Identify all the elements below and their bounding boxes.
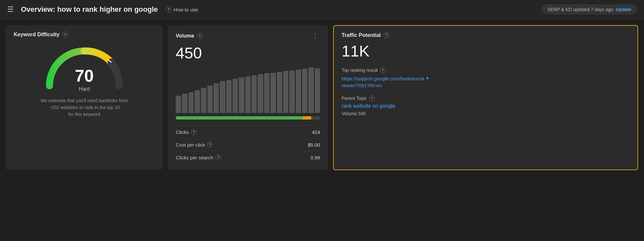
stat-value: $5.00 bbox=[308, 142, 320, 148]
kd-difficulty-label: Hard bbox=[75, 86, 94, 92]
stat-row: Clicks per search?0.99 bbox=[176, 151, 320, 164]
bar bbox=[277, 72, 282, 113]
hamburger-icon[interactable]: ☰ bbox=[7, 5, 14, 14]
bar bbox=[201, 88, 206, 113]
parent-topic-link[interactable]: rank website on google bbox=[342, 103, 630, 109]
progress-bar bbox=[176, 116, 320, 120]
kd-card-header: Keyword Difficulty ? bbox=[14, 32, 155, 38]
tp-help-icon[interactable]: ? bbox=[383, 32, 389, 38]
bar bbox=[289, 71, 295, 113]
gauge-container: 70 Hard bbox=[14, 41, 155, 92]
stat-label: Clicks per search? bbox=[176, 154, 221, 160]
cards-container: Keyword Difficulty ? bbox=[0, 19, 644, 176]
bar bbox=[176, 96, 181, 113]
stat-value: 0.99 bbox=[311, 155, 320, 160]
kd-description: We estimate that you'll need backlinks f… bbox=[14, 97, 155, 118]
update-notice: SERP & KD updated 7 days ago. Update bbox=[542, 5, 637, 14]
volume-card-header: Volume ? ⋮ bbox=[176, 32, 320, 40]
top-ranking-url[interactable]: https://support.google.com/business/answ… bbox=[342, 75, 630, 89]
header: ☰ Overview: how to rank higher on google… bbox=[0, 0, 644, 19]
tp-card-header: Traffic Potential ? bbox=[342, 32, 630, 38]
bar bbox=[308, 67, 314, 113]
stat-help-icon[interactable]: ? bbox=[207, 142, 213, 148]
traffic-potential-card: Traffic Potential ? 11K Top ranking resu… bbox=[333, 25, 638, 170]
tp-card-title: Traffic Potential bbox=[342, 32, 381, 38]
bar bbox=[220, 81, 225, 113]
bar bbox=[302, 69, 307, 113]
stat-row: Clicks?424 bbox=[176, 125, 320, 138]
volume-card: Volume ? ⋮ 450 Clicks?424Cost per click?… bbox=[168, 25, 328, 170]
stat-value: 424 bbox=[312, 129, 320, 135]
page-title: Overview: how to rank higher on google bbox=[21, 5, 158, 14]
bar bbox=[195, 90, 200, 113]
volume-value: 450 bbox=[176, 44, 320, 62]
stat-label: Cost per click? bbox=[176, 142, 213, 148]
bar bbox=[270, 73, 276, 113]
top-ranking-url-text: https://support.google.com/business/answ… bbox=[342, 75, 424, 89]
stat-help-icon[interactable]: ? bbox=[191, 129, 197, 135]
question-circle-icon: ? bbox=[166, 7, 171, 12]
kd-card-title: Keyword Difficulty bbox=[14, 32, 59, 38]
progress-orange bbox=[303, 116, 312, 120]
stat-row: Cost per click?$5.00 bbox=[176, 138, 320, 151]
bar bbox=[226, 80, 232, 113]
bar bbox=[251, 75, 257, 113]
volume-help-icon[interactable]: ? bbox=[197, 33, 203, 39]
bar bbox=[188, 92, 194, 113]
parent-topic-volume: Volume 500 bbox=[342, 111, 630, 116]
volume-menu-dots[interactable]: ⋮ bbox=[310, 32, 320, 40]
how-to-use-button[interactable]: ? How to use bbox=[163, 5, 201, 14]
bar bbox=[207, 86, 213, 113]
bar bbox=[296, 70, 301, 113]
parent-topic-label: Parent Topic ? bbox=[342, 95, 630, 101]
dropdown-arrow-icon: ▼ bbox=[426, 76, 429, 81]
bar bbox=[214, 83, 219, 113]
update-link[interactable]: Update bbox=[616, 7, 631, 12]
stat-label: Clicks? bbox=[176, 129, 197, 135]
volume-card-title: Volume bbox=[176, 33, 194, 39]
bar bbox=[258, 74, 263, 113]
parent-topic-help-icon[interactable]: ? bbox=[369, 95, 375, 101]
keyword-difficulty-card: Keyword Difficulty ? bbox=[6, 25, 163, 170]
bar bbox=[315, 68, 320, 113]
bar bbox=[245, 76, 250, 113]
how-to-use-label: How to use bbox=[173, 7, 198, 12]
progress-green bbox=[176, 116, 303, 120]
bar bbox=[264, 73, 269, 113]
bar bbox=[182, 94, 187, 113]
update-notice-text: SERP & KD updated 7 days ago. bbox=[547, 7, 614, 12]
stats-rows: Clicks?424Cost per click?$5.00Clicks per… bbox=[176, 125, 320, 164]
stat-help-icon[interactable]: ? bbox=[215, 154, 221, 160]
kd-value: 70 bbox=[75, 66, 94, 86]
top-ranking-label: Top ranking result ? bbox=[342, 67, 630, 73]
bar-chart bbox=[176, 67, 320, 113]
top-ranking-help-icon[interactable]: ? bbox=[380, 67, 386, 73]
bar bbox=[233, 79, 238, 113]
bar bbox=[239, 77, 244, 113]
tp-value: 11K bbox=[342, 42, 630, 60]
bar bbox=[283, 71, 288, 113]
kd-help-icon[interactable]: ? bbox=[62, 32, 68, 38]
